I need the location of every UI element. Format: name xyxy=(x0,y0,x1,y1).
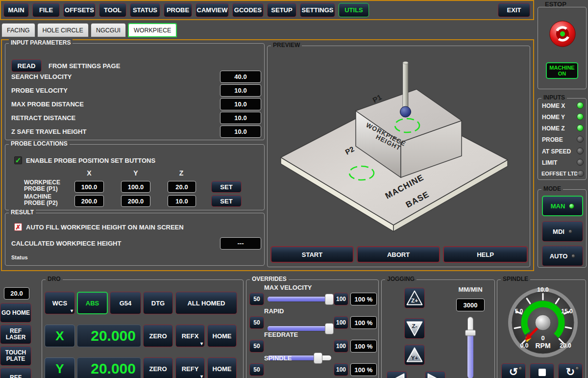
menu-item-main[interactable]: MAIN xyxy=(3,3,29,17)
read-button[interactable]: READ xyxy=(11,59,42,72)
z-safe-travel-field[interactable]: 10.0 xyxy=(220,126,261,138)
menu-item-setup[interactable]: SETUP xyxy=(267,3,296,17)
tab-ngcgui[interactable]: NGCGUI xyxy=(91,23,126,37)
p1-y-field[interactable]: 100.0 xyxy=(121,181,150,193)
menu-item-probe[interactable]: PROBE xyxy=(164,3,192,17)
spindle-forward-button[interactable]: ↻ xyxy=(558,363,583,378)
utility-tab-bar: FACING HOLE CIRCLE NGCGUI WORKPIECE xyxy=(1,23,177,37)
stop-square-icon xyxy=(539,369,546,376)
inputs-title: INPUTS xyxy=(541,94,567,101)
probe-velocity-field[interactable]: 10.0 xyxy=(220,84,261,97)
jog-x-plus-button[interactable] xyxy=(425,371,445,378)
exit-button[interactable]: EXIT xyxy=(498,3,530,17)
touch-plate-button[interactable]: TOUCH PLATE xyxy=(0,346,31,366)
autofill-checkbox[interactable]: ✗ xyxy=(14,223,22,231)
abort-button[interactable]: ABORT xyxy=(357,246,440,263)
rapid-max-button[interactable]: 100 xyxy=(334,316,348,329)
axis-x-ref-dropdown-button[interactable]: REFX ▾ xyxy=(175,325,205,347)
jog-y-plus-button[interactable]: Y+ xyxy=(404,345,425,365)
rapid-min-button[interactable]: 50 xyxy=(249,316,264,329)
menu-item-camview[interactable]: CAMVIEW xyxy=(196,3,229,17)
preview-group: PREVIEW xyxy=(267,46,530,267)
jog-rate-display[interactable]: 3000 xyxy=(456,299,485,311)
spindle-override-label: SPINDLE xyxy=(264,354,292,362)
spindle-max-button[interactable]: 100 xyxy=(334,363,348,376)
triangle-down-icon: Z- xyxy=(405,319,424,338)
menu-item-tool[interactable]: TOOL xyxy=(99,3,126,17)
tab-facing[interactable]: FACING xyxy=(1,23,35,37)
axis-y-zero-button[interactable]: ZERO xyxy=(143,357,173,378)
jog-z-plus-button[interactable]: Z+ xyxy=(404,288,425,308)
wcs-dropdown-button[interactable]: WCS ▾ xyxy=(45,292,75,314)
column-header-y: Y xyxy=(126,169,146,177)
rapid-slider-handle[interactable] xyxy=(325,323,334,334)
jog-z-minus-button[interactable]: Z- xyxy=(404,318,425,339)
mode-auto-button[interactable]: AUTO xyxy=(542,246,583,266)
jog-rate-slider-handle[interactable] xyxy=(465,329,476,336)
mode-mdi-led xyxy=(568,229,572,233)
tab-hole-circle[interactable]: HOLE CIRCLE xyxy=(37,23,89,37)
feedrate-slider-handle[interactable] xyxy=(314,353,322,364)
menu-item-offsets[interactable]: OFFSETS xyxy=(63,3,96,17)
menu-item-settings[interactable]: SETTINGS xyxy=(300,3,335,17)
abs-button[interactable]: ABS xyxy=(77,292,108,314)
tab-workpiece-active[interactable]: WORKPIECE xyxy=(128,23,177,37)
max-velocity-slider[interactable] xyxy=(267,296,332,302)
ref-laser-button[interactable]: REF LASER xyxy=(0,325,31,344)
g54-button[interactable]: G54 xyxy=(110,292,141,314)
max-probe-distance-field[interactable]: 10.0 xyxy=(220,98,261,110)
menu-item-utils-active[interactable]: UTILS xyxy=(339,3,369,17)
axis-x-zero-button[interactable]: ZERO xyxy=(143,325,173,347)
axis-y-button[interactable]: Y xyxy=(45,357,75,378)
retract-distance-label: RETRACT DISTANCE xyxy=(11,114,75,122)
max-velocity-percent-display: 100 % xyxy=(350,293,377,305)
spindle-percent-display: 100 % xyxy=(350,363,377,376)
ref-button[interactable]: REF xyxy=(0,368,31,378)
touch-height-field[interactable]: 20.0 xyxy=(4,287,29,300)
max-velocity-max-button[interactable]: 100 xyxy=(334,293,348,305)
estop-button[interactable] xyxy=(549,20,576,48)
mode-man-button[interactable]: MAN xyxy=(542,196,583,216)
search-velocity-field[interactable]: 40.0 xyxy=(220,71,261,83)
spindle-min-button[interactable]: 50 xyxy=(249,363,264,376)
spindle-stop-button[interactable] xyxy=(530,363,554,378)
p1-x-field[interactable]: 100.0 xyxy=(74,181,104,193)
spindle-reverse-led xyxy=(518,366,522,370)
menu-item-status[interactable]: STATUS xyxy=(130,3,160,17)
axis-x-button[interactable]: X xyxy=(45,325,75,347)
triangle-left-icon xyxy=(388,372,406,378)
go-home-button[interactable]: GO HOME xyxy=(0,303,31,323)
p2-z-field[interactable]: 10.0 xyxy=(168,195,196,207)
enable-probe-set-checkbox[interactable]: ✓ xyxy=(14,156,22,164)
axis-x-home-button[interactable]: HOME xyxy=(207,325,237,347)
probe-locations-title: PROBE LOCATIONS xyxy=(9,140,70,147)
all-homed-button[interactable]: ALL HOMED xyxy=(175,292,237,314)
p1-z-field[interactable]: 20.0 xyxy=(168,181,196,193)
menu-item-file[interactable]: FILE xyxy=(32,3,60,17)
menu-item-gcodes[interactable]: GCODES xyxy=(232,3,264,17)
probe-preview-illustration: P1 P2 WORKPIECE HEIGHT MACHINE BASE xyxy=(270,52,529,242)
start-button[interactable]: START xyxy=(270,246,354,263)
jog-rate-slider[interactable] xyxy=(465,317,476,378)
feedrate-max-button[interactable]: 100 xyxy=(334,340,348,353)
mode-auto-label: AUTO xyxy=(550,252,568,260)
input-at-speed-led xyxy=(577,148,584,154)
help-button[interactable]: HELP xyxy=(443,246,528,263)
retract-distance-field[interactable]: 10.0 xyxy=(220,112,261,124)
p1-set-button[interactable]: SET xyxy=(211,181,242,193)
spindle-reverse-button[interactable]: ↺ xyxy=(501,363,526,378)
feedrate-min-button[interactable]: 50 xyxy=(249,340,264,353)
p2-y-field[interactable]: 200.0 xyxy=(121,195,150,207)
jog-x-minus-button[interactable] xyxy=(387,371,407,378)
max-velocity-slider-handle[interactable] xyxy=(325,294,334,305)
machine-on-button[interactable]: MACHINE ON xyxy=(546,62,578,79)
gauge-label-5: 5.0 xyxy=(515,308,523,315)
inputs-group: INPUTS HOME X HOME Y HOME Z PROBE AT SPE… xyxy=(538,98,587,180)
max-velocity-min-button[interactable]: 50 xyxy=(249,293,264,305)
axis-y-ref-dropdown-button[interactable]: REFY ▾ xyxy=(175,357,205,378)
mode-mdi-button[interactable]: MDI xyxy=(542,221,583,242)
p2-set-button[interactable]: SET xyxy=(211,195,242,207)
axis-y-home-button[interactable]: HOME xyxy=(207,357,237,378)
p2-x-field[interactable]: 200.0 xyxy=(74,195,104,207)
dtg-button[interactable]: DTG xyxy=(143,292,173,314)
